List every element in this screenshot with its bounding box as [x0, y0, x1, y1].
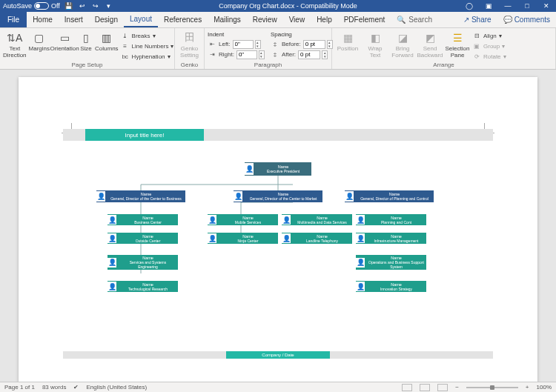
title-bar: AutoSave Off 💾 ↩ ↪ ▾ Company Org Chart.d… — [0, 0, 556, 12]
columns-label: Columns — [95, 45, 119, 52]
space-before-label: Before: — [282, 41, 301, 47]
spinner-icon[interactable]: ▴▾ — [322, 50, 328, 59]
org-director[interactable]: 👤NameGeneral, Director of the Center to … — [96, 190, 185, 202]
org-node[interactable]: 👤NamePlanning and Cont — [356, 214, 426, 225]
selection-pane-button[interactable]: ☰Selection Pane — [445, 30, 470, 59]
zoom-in-icon[interactable]: + — [526, 384, 529, 391]
node-role: Infrastructure Management — [368, 239, 425, 243]
indent-left-input[interactable]: ▴▾ — [233, 40, 261, 49]
document-canvas[interactable]: Input title here! 👤 Na — [0, 70, 556, 382]
maximize-icon[interactable]: □ — [520, 2, 534, 10]
account-icon[interactable]: ◯ — [463, 2, 476, 10]
ribbon-options-icon[interactable]: ▣ — [482, 2, 495, 10]
org-node[interactable]: 👤NameMultimedia and Data Services — [282, 214, 352, 225]
language-indicator[interactable]: English (United States) — [86, 384, 147, 391]
footer-band[interactable]: Company / Date — [63, 351, 493, 359]
indent-right-input[interactable]: ▴▾ — [236, 50, 265, 59]
org-node[interactable]: 👤NameOutside Center — [107, 233, 178, 244]
columns-button[interactable]: ▥Columns — [95, 30, 119, 52]
close-icon[interactable]: ✕ — [540, 2, 553, 10]
text-direction-icon: ⇅A — [8, 31, 21, 44]
word-count[interactable]: 83 words — [42, 384, 66, 391]
tab-view[interactable]: View — [283, 12, 311, 27]
tab-pdfelement[interactable]: PDFelement — [338, 12, 391, 27]
bring-forward-button[interactable]: ◪Bring Forward — [390, 30, 415, 59]
margins-button[interactable]: ▢Margins — [29, 30, 50, 52]
tab-insert[interactable]: Insert — [59, 12, 89, 27]
genko-button[interactable]: 田Genko Setting — [178, 30, 201, 59]
indent-left-value[interactable] — [233, 40, 254, 49]
page[interactable]: Input title here! 👤 Na — [19, 77, 537, 382]
read-mode-icon[interactable] — [402, 384, 412, 391]
print-layout-icon[interactable] — [420, 384, 430, 391]
node-role: Executive President — [257, 169, 310, 173]
minimize-icon[interactable]: — — [501, 2, 514, 10]
space-before-value[interactable] — [303, 40, 325, 49]
line-numbers-label: Line Numbers — [132, 43, 169, 50]
tab-mailings[interactable]: Mailings — [208, 12, 247, 27]
zoom-slider[interactable] — [466, 387, 518, 388]
org-node[interactable]: 👤NameNinja Center — [208, 233, 278, 244]
org-node[interactable]: 👤NameLandline Telephony — [282, 233, 352, 244]
org-chart[interactable]: 👤 NameExecutive President 👤NameGeneral, … — [70, 162, 486, 340]
spinner-icon[interactable]: ▴▾ — [259, 50, 265, 59]
save-icon[interactable]: 💾 — [64, 1, 73, 10]
position-button[interactable]: ▦Position — [335, 30, 360, 52]
title-band[interactable]: Input title here! — [63, 129, 493, 141]
org-root[interactable]: 👤 NameExecutive President — [245, 162, 311, 176]
undo-icon[interactable]: ↩ — [78, 1, 87, 10]
tab-layout[interactable]: Layout — [124, 12, 158, 27]
title-placeholder[interactable]: Input title here! — [85, 129, 204, 141]
org-node[interactable]: 👤NameInfrastructure Management — [356, 233, 426, 244]
avatar-icon: 👤 — [282, 233, 291, 243]
node-role: Technological Research — [119, 287, 176, 291]
org-node[interactable]: 👤NameInnovation Strategy — [356, 281, 426, 292]
tab-references[interactable]: References — [158, 12, 208, 27]
orientation-button[interactable]: ▭Orientation — [52, 30, 77, 52]
size-button[interactable]: ▯Size — [79, 30, 93, 52]
zoom-level[interactable]: 100% — [537, 384, 552, 391]
line-numbers-button[interactable]: ≡Line Numbers ▾ — [121, 41, 174, 51]
comments-button[interactable]: 💬 Comments — [497, 12, 556, 27]
customize-qat-icon[interactable]: ▾ — [105, 1, 113, 10]
org-director[interactable]: 👤NameGeneral, Director of the Center to … — [234, 190, 322, 202]
tab-review[interactable]: Review — [247, 12, 283, 27]
org-node[interactable]: 👤NameOperations and Business Support Sys… — [356, 255, 426, 270]
autosave-toggle[interactable]: AutoSave Off — [3, 2, 60, 10]
avatar-icon: 👤 — [96, 191, 105, 202]
indent-right-value[interactable] — [236, 50, 257, 59]
space-before-input[interactable]: ▴▾ — [303, 40, 333, 49]
space-after-input[interactable]: ▴▾ — [298, 50, 328, 59]
wrap-text-button[interactable]: ◧Wrap Text — [363, 30, 388, 59]
tab-design[interactable]: Design — [89, 12, 124, 27]
rotate-button[interactable]: ⟳Rotate ▾ — [472, 52, 506, 62]
org-director[interactable]: 👤NameGeneral, Director of Planning and C… — [345, 190, 434, 202]
text-direction-button[interactable]: ⇅AText Direction — [3, 30, 27, 59]
share-button[interactable]: ↗ Share — [457, 12, 497, 27]
tab-help[interactable]: Help — [311, 12, 338, 27]
tell-me-search[interactable]: 🔍 Search — [397, 12, 432, 27]
indent-heading: Indent — [208, 31, 265, 38]
space-after-value[interactable] — [298, 50, 320, 59]
org-node[interactable]: 👤NameBusiness Center — [107, 214, 178, 225]
page-indicator[interactable]: Page 1 of 1 — [4, 384, 35, 391]
tab-home[interactable]: Home — [27, 12, 59, 27]
footer-text[interactable]: Company / Date — [226, 351, 330, 359]
spinner-icon[interactable]: ▴▾ — [255, 40, 261, 49]
proofing-icon[interactable]: ✔ — [73, 384, 79, 391]
redo-icon[interactable]: ↪ — [91, 1, 100, 10]
align-button[interactable]: ⊟Align ▾ — [472, 31, 506, 41]
hyphenation-button[interactable]: bcHyphenation ▾ — [121, 52, 174, 62]
web-layout-icon[interactable] — [437, 384, 448, 391]
breaks-button[interactable]: ⤓Breaks ▾ — [121, 31, 174, 41]
org-node[interactable]: 👤NameTechnological Research — [107, 281, 178, 292]
org-node[interactable]: 👤NameServices and Systems Engineering — [107, 255, 178, 270]
group-button[interactable]: ▣Group ▾ — [472, 41, 506, 51]
zoom-out-icon[interactable]: − — [455, 384, 459, 391]
org-node[interactable]: 👤NameMobile Services — [208, 214, 278, 225]
spacing-heading: Spacing — [271, 31, 333, 38]
space-after-icon: ‡ — [271, 51, 279, 58]
tab-file[interactable]: File — [0, 12, 27, 27]
send-backward-button[interactable]: ◩Send Backward — [417, 30, 443, 59]
group-page-setup: ⇅AText Direction ▢Margins ▭Orientation ▯… — [0, 28, 175, 69]
